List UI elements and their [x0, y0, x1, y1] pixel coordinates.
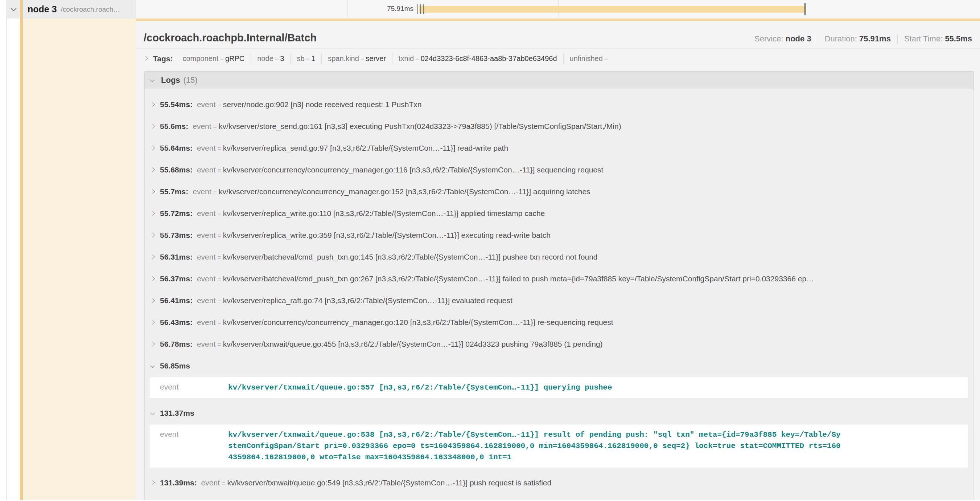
- log-field-key: event: [197, 340, 215, 348]
- log-field-key: event: [150, 377, 228, 397]
- equals-sign: =: [212, 123, 219, 130]
- log-field-value: kv/kvserver/replica_write.go:110 [n3,s3,…: [223, 209, 545, 217]
- key-value-row: event kv/kvserver/txnwait/queue.go:538 […: [150, 424, 968, 467]
- span-meta: Service: node 3 Duration: 75.91ms Start …: [748, 34, 972, 43]
- log-tick-mark: [419, 4, 419, 14]
- log-field-value: kv/kvserver/replica_send.go:97 [n3,s3,r6…: [223, 144, 508, 152]
- log-end-marker: [805, 3, 805, 15]
- log-field-key: event: [201, 479, 220, 487]
- chevron-right-icon: [150, 168, 155, 172]
- equals-sign: =: [414, 55, 421, 62]
- tag-item: component=gRPC: [176, 53, 251, 64]
- log-entry[interactable]: 131.39ms:event=kv/kvserver/txnwait/queue…: [150, 472, 968, 494]
- log-timestamp: 56.43ms:: [160, 318, 192, 326]
- log-timestamp: 56.31ms:: [160, 253, 192, 261]
- log-field-value: kv/kvserver/txnwait/queue.go:549 [n3,s3,…: [227, 479, 551, 487]
- equals-sign: =: [359, 55, 366, 62]
- chevron-down-icon[interactable]: [150, 77, 154, 82]
- log-entry[interactable]: 55.73ms:event=kv/kvserver/replica_write.…: [150, 225, 968, 247]
- log-timestamp: 56.78ms:: [160, 340, 192, 348]
- log-tick-mark: [420, 4, 421, 14]
- chevron-right-icon: [150, 298, 155, 303]
- log-field-value: kv/kvserver/concurrency/concurrency_mana…: [223, 166, 603, 174]
- log-entry[interactable]: 56.78ms:event=kv/kvserver/txnwait/queue.…: [150, 333, 968, 356]
- tag-item: txnid=024d3323-6c8f-4863-aa8b-37ab0e6349…: [392, 53, 563, 64]
- log-field-key: event: [197, 274, 215, 283]
- log-entry[interactable]: 55.72ms:event=kv/kvserver/replica_write.…: [150, 203, 968, 225]
- timeline-gridline: [347, 0, 347, 19]
- span-detail-header: /cockroach.roachpb.Internal/Batch Servic…: [136, 21, 980, 49]
- tag-item: node=3: [251, 53, 290, 64]
- log-field-value: kv/kvserver/txnwait/queue.go:557 [n3,s3,…: [228, 377, 619, 398]
- chevron-right-icon: [150, 211, 155, 215]
- log-entry-header[interactable]: 131.37ms: [150, 403, 968, 421]
- log-tick-mark: [423, 4, 424, 14]
- tags-label: Tags:: [153, 54, 173, 63]
- log-timestamp: 55.64ms:: [160, 144, 192, 152]
- equals-sign: =: [212, 188, 219, 196]
- equals-sign: =: [274, 55, 280, 62]
- log-timestamp: 55.73ms:: [160, 231, 192, 239]
- timeline-column[interactable]: 75.91ms: [136, 0, 980, 19]
- log-field-key: event: [150, 424, 228, 444]
- log-timestamp: 55.72ms:: [160, 209, 192, 217]
- tag-item: sb=1: [290, 53, 321, 64]
- log-field-key: event: [197, 318, 215, 326]
- log-entry[interactable]: 55.6ms:event=kv/kvserver/store_send.go:1…: [150, 116, 968, 137]
- chevron-right-icon: [150, 124, 155, 129]
- log-field-value: kv/kvserver/replica_write.go:359 [n3,s3,…: [223, 231, 550, 239]
- log-timestamp: 55.6ms:: [160, 122, 188, 130]
- span-name-column[interactable]: node 3 /cockroach.roach…: [7, 0, 136, 19]
- chevron-down-icon[interactable]: [11, 6, 17, 12]
- log-field-key: event: [197, 100, 215, 108]
- chevron-down-icon: [150, 364, 155, 368]
- trace-timeline-view: node 3 /cockroach.roach… 75.91ms /cockro…: [0, 0, 980, 501]
- chevron-right-icon: [150, 145, 155, 150]
- equals-sign: =: [215, 319, 223, 326]
- equals-sign: =: [215, 297, 223, 305]
- log-field-key: event: [197, 231, 215, 239]
- log-field-key: event: [197, 166, 215, 174]
- log-entry[interactable]: 55.64ms:event=kv/kvserver/replica_send.g…: [150, 137, 968, 160]
- tag-item: unfinished=: [563, 53, 616, 64]
- detail-row-indent: [23, 19, 136, 500]
- log-entry[interactable]: 56.43ms:event=kv/kvserver/concurrency/co…: [150, 312, 968, 333]
- log-field-value: kv/kvserver/concurrency/concurrency_mana…: [219, 187, 590, 196]
- log-timestamp: 56.85ms: [160, 362, 190, 370]
- log-tick-mark: [425, 4, 425, 14]
- logs-title: Logs: [161, 75, 180, 85]
- equals-sign: =: [220, 480, 228, 487]
- log-entry[interactable]: 56.31ms:event=kv/kvserver/batcheval/cmd_…: [150, 247, 968, 268]
- log-field-key: event: [197, 144, 215, 152]
- log-entry[interactable]: 55.54ms:event=server/node.go:902 [n3] no…: [150, 94, 968, 116]
- log-entry[interactable]: 56.41ms:event=kv/kvserver/replica_raft.g…: [150, 290, 968, 312]
- key-values-table: event kv/kvserver/txnwait/queue.go:557 […: [150, 377, 968, 398]
- log-field-value: kv/kvserver/replica_raft.go:74 [n3,s3,r6…: [223, 296, 512, 305]
- tags-accordion-header[interactable]: Tags: component=gRPC node=3 sb=1 span.ki…: [136, 49, 980, 69]
- log-entry[interactable]: 55.7ms:event=kv/kvserver/concurrency/con…: [150, 181, 968, 203]
- log-timestamp: 56.37ms:: [160, 274, 192, 283]
- span-service-name: node 3: [27, 4, 57, 14]
- chevron-right-icon[interactable]: [143, 56, 148, 61]
- equals-sign: =: [215, 276, 223, 283]
- logs-footer-note: Log timestamps are relative to the start…: [145, 494, 974, 500]
- equals-sign: =: [215, 101, 223, 108]
- log-entry-header[interactable]: 56.85ms: [150, 356, 968, 374]
- meta-duration: Duration: 75.91ms: [818, 34, 897, 43]
- chevron-right-icon: [150, 276, 155, 281]
- span-bar[interactable]: [419, 6, 806, 13]
- log-entry[interactable]: 55.68ms:event=kv/kvserver/concurrency/co…: [150, 160, 968, 181]
- span-operation-name: /cockroach.roach…: [61, 5, 121, 13]
- equals-sign: =: [215, 232, 223, 239]
- log-timestamp: 55.68ms:: [160, 166, 192, 174]
- logs-accordion-header[interactable]: Logs (15): [144, 71, 974, 89]
- equals-sign: =: [603, 55, 610, 62]
- log-field-key: event: [192, 187, 211, 196]
- key-values-table: event kv/kvserver/txnwait/queue.go:538 […: [150, 424, 968, 468]
- chevron-right-icon: [150, 102, 155, 107]
- equals-sign: =: [305, 55, 312, 62]
- log-entry[interactable]: 56.37ms:event=kv/kvserver/batcheval/cmd_…: [150, 268, 968, 290]
- log-field-value: kv/kvserver/store_send.go:161 [n3,s3] ex…: [219, 122, 621, 130]
- log-timestamp: 55.7ms:: [160, 187, 188, 196]
- equals-sign: =: [215, 167, 223, 174]
